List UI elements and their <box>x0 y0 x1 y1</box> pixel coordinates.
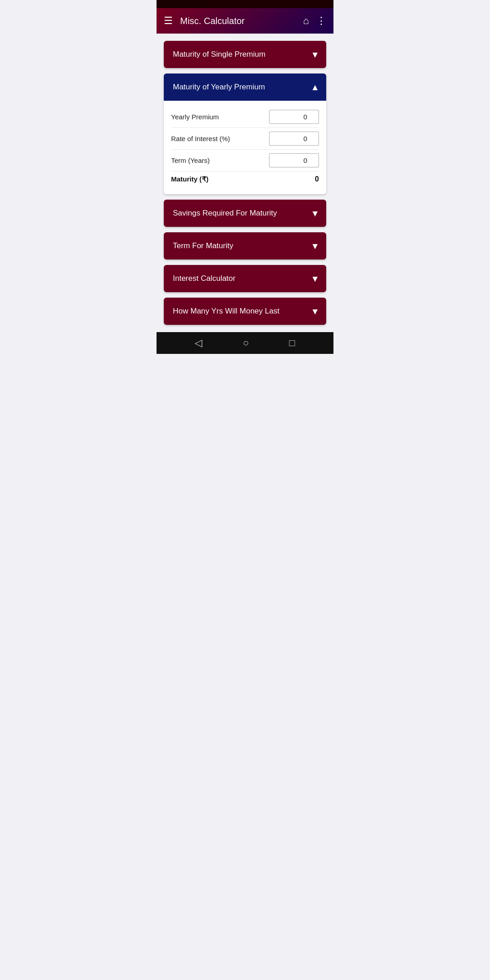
accordion-money-last-chevron: ▾ <box>313 306 317 317</box>
accordion-term-for-maturity: Term For Maturity ▾ <box>164 232 326 260</box>
accordion-yearly-premium-chevron: ▴ <box>313 82 317 93</box>
nav-recent-icon[interactable]: □ <box>289 337 295 349</box>
accordion-yearly-premium-header[interactable]: Maturity of Yearly Premium ▴ <box>164 74 326 101</box>
input-term-years[interactable] <box>269 153 319 167</box>
accordion-single-premium-label: Maturity of Single Premium <box>173 50 265 59</box>
form-row-rate-of-interest: Rate of Interest (%) <box>171 128 319 149</box>
accordion-term-for-maturity-header[interactable]: Term For Maturity ▾ <box>164 232 326 260</box>
main-content: Maturity of Single Premium ▾ Maturity of… <box>157 34 333 332</box>
accordion-interest-calculator-chevron: ▾ <box>313 273 317 284</box>
form-row-term-years: Term (Years) <box>171 150 319 171</box>
menu-icon[interactable]: ☰ <box>164 16 173 26</box>
label-term-years: Term (Years) <box>171 157 269 164</box>
label-maturity: Maturity (₹) <box>171 175 269 183</box>
label-yearly-premium: Yearly Premium <box>171 113 269 121</box>
app-bar-actions: ⌂ ⋮ <box>303 15 326 27</box>
form-row-yearly-premium: Yearly Premium <box>171 106 319 127</box>
accordion-single-premium-chevron: ▾ <box>313 49 317 60</box>
nav-bar: ◁ ○ □ <box>157 332 333 354</box>
accordion-savings-required: Savings Required For Maturity ▾ <box>164 200 326 227</box>
accordion-money-last-header[interactable]: How Many Yrs Will Money Last ▾ <box>164 298 326 325</box>
accordion-interest-calculator: Interest Calculator ▾ <box>164 265 326 292</box>
nav-home-icon[interactable]: ○ <box>243 337 249 349</box>
accordion-savings-required-chevron: ▾ <box>313 208 317 219</box>
value-maturity: 0 <box>269 175 319 183</box>
accordion-single-premium: Maturity of Single Premium ▾ <box>164 41 326 68</box>
accordion-interest-calculator-label: Interest Calculator <box>173 274 235 283</box>
accordion-yearly-premium: Maturity of Yearly Premium ▴ Yearly Prem… <box>164 74 326 194</box>
input-rate-of-interest[interactable] <box>269 132 319 146</box>
accordion-single-premium-header[interactable]: Maturity of Single Premium ▾ <box>164 41 326 68</box>
more-icon[interactable]: ⋮ <box>316 15 326 27</box>
app-bar-title: Misc. Calculator <box>180 16 303 26</box>
accordion-term-for-maturity-chevron: ▾ <box>313 240 317 251</box>
accordion-yearly-premium-label: Maturity of Yearly Premium <box>173 83 265 92</box>
status-bar <box>157 0 333 8</box>
accordion-savings-required-header[interactable]: Savings Required For Maturity ▾ <box>164 200 326 227</box>
accordion-interest-calculator-header[interactable]: Interest Calculator ▾ <box>164 265 326 292</box>
label-rate-of-interest: Rate of Interest (%) <box>171 135 269 142</box>
accordion-term-for-maturity-label: Term For Maturity <box>173 241 233 250</box>
home-icon[interactable]: ⌂ <box>303 15 309 27</box>
form-row-maturity: Maturity (₹) 0 <box>171 172 319 187</box>
accordion-yearly-premium-content: Yearly Premium Rate of Interest (%) Term… <box>164 101 326 194</box>
nav-back-icon[interactable]: ◁ <box>195 337 202 349</box>
input-yearly-premium[interactable] <box>269 110 319 124</box>
accordion-savings-required-label: Savings Required For Maturity <box>173 209 277 218</box>
app-bar: ☰ Misc. Calculator ⌂ ⋮ <box>157 8 333 34</box>
accordion-money-last: How Many Yrs Will Money Last ▾ <box>164 298 326 325</box>
accordion-money-last-label: How Many Yrs Will Money Last <box>173 307 279 316</box>
